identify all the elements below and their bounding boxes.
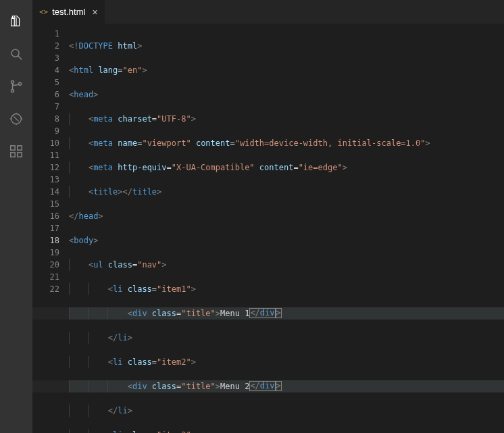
- code-line[interactable]: <!DOCTYPE html>: [69, 40, 504, 52]
- code-line[interactable]: <head>: [69, 88, 504, 101]
- code-content[interactable]: <!DOCTYPE html> <html lang="en"> <head> …: [69, 24, 504, 433]
- line-number: 16: [32, 210, 59, 222]
- code-line[interactable]: <meta http-equiv="X-UA-Compatible" conte…: [69, 161, 504, 174]
- line-number: 4: [32, 64, 59, 76]
- git-icon[interactable]: [0, 70, 32, 103]
- line-number: 22: [32, 283, 59, 295]
- line-number: 5: [32, 76, 59, 88]
- code-line[interactable]: <meta name="viewport" content="width=dev…: [69, 137, 504, 149]
- svg-line-6: [14, 116, 18, 121]
- code-line[interactable]: </li>: [69, 332, 504, 344]
- line-number: 13: [32, 174, 59, 186]
- line-number: 12: [32, 161, 59, 174]
- code-editor[interactable]: 1 2 3 4 5 6 7 8 9 10 11 12 13 14 15 16 1…: [32, 24, 504, 433]
- line-number: 15: [32, 198, 59, 210]
- svg-point-2: [11, 81, 14, 84]
- code-line[interactable]: <html lang="en">: [69, 64, 504, 76]
- line-number: 8: [32, 113, 59, 125]
- line-number: 3: [32, 52, 59, 64]
- line-number: 6: [32, 88, 59, 101]
- activity-bar: [0, 0, 32, 433]
- app-root: <> test.html × 1 2 3 4 5 6 7 8 9 10 11 1…: [0, 0, 504, 433]
- debug-icon[interactable]: [0, 103, 32, 135]
- line-number: 14: [32, 186, 59, 198]
- search-icon[interactable]: [0, 38, 32, 70]
- multi-cursor-selection: </div: [249, 381, 275, 391]
- svg-point-4: [18, 82, 21, 85]
- code-line[interactable]: <div class="title">Menu 1</div>: [69, 307, 504, 320]
- html-file-icon: <>: [39, 7, 48, 16]
- svg-point-0: [11, 49, 19, 57]
- line-number: 21: [32, 271, 59, 283]
- tab-label: test.html: [52, 7, 85, 17]
- code-line[interactable]: <li class="item1">: [69, 283, 504, 295]
- code-line[interactable]: <div class="title">Menu 2</div>: [69, 380, 504, 392]
- svg-line-1: [18, 56, 22, 60]
- line-number: 10: [32, 137, 59, 149]
- line-number: 1: [32, 28, 59, 40]
- svg-rect-9: [18, 153, 22, 157]
- svg-point-3: [11, 89, 14, 92]
- code-line[interactable]: <ul class="nav">: [69, 259, 504, 271]
- svg-rect-10: [18, 146, 22, 150]
- tab-test-html[interactable]: <> test.html ×: [32, 0, 105, 24]
- line-number: 20: [32, 259, 59, 271]
- code-line[interactable]: </li>: [69, 405, 504, 417]
- tab-bar: <> test.html ×: [32, 0, 504, 24]
- code-line[interactable]: <meta charset="UTF-8">: [69, 113, 504, 125]
- line-number: 9: [32, 125, 59, 137]
- code-line[interactable]: <title></title>: [69, 186, 504, 198]
- multi-cursor-selection: >: [276, 381, 282, 391]
- line-number: 19: [32, 247, 59, 259]
- code-line[interactable]: <li class="item2">: [69, 356, 504, 368]
- files-icon[interactable]: [0, 5, 32, 38]
- line-number-gutter: 1 2 3 4 5 6 7 8 9 10 11 12 13 14 15 16 1…: [32, 24, 69, 433]
- line-number: 11: [32, 149, 59, 161]
- multi-cursor-selection: >: [276, 308, 282, 318]
- line-number: 2: [32, 40, 59, 52]
- svg-rect-7: [11, 146, 15, 150]
- editor-area: <> test.html × 1 2 3 4 5 6 7 8 9 10 11 1…: [32, 0, 504, 433]
- code-line[interactable]: <body>: [69, 234, 504, 247]
- extensions-icon[interactable]: [0, 135, 32, 168]
- line-number: 17: [32, 222, 59, 234]
- svg-rect-8: [11, 153, 15, 157]
- code-line[interactable]: <li class="item3">: [69, 429, 504, 433]
- close-icon[interactable]: ×: [92, 7, 97, 18]
- line-number: 18: [32, 234, 59, 247]
- code-line[interactable]: </head>: [69, 210, 504, 222]
- line-number: 7: [32, 101, 59, 113]
- multi-cursor-selection: </div: [249, 308, 275, 318]
